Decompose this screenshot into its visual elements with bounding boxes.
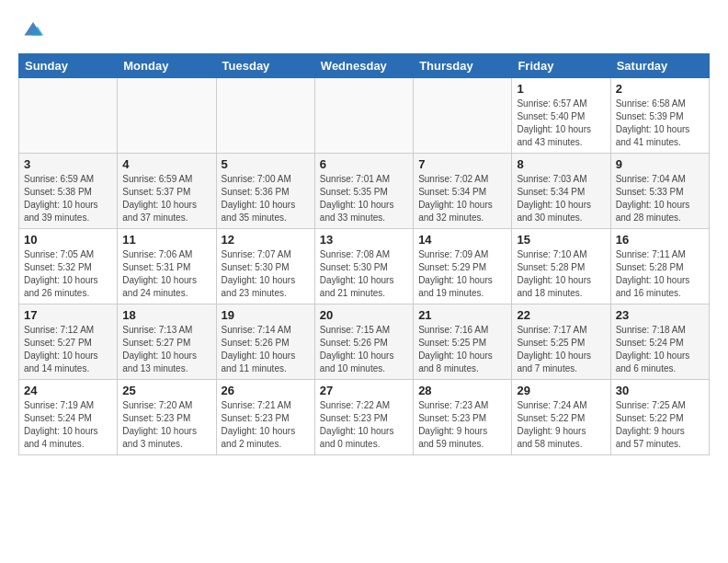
day-number: 25: [122, 384, 210, 397]
week-row-2: 3Sunrise: 6:59 AM Sunset: 5:38 PM Daylig…: [19, 154, 710, 229]
week-row-5: 24Sunrise: 7:19 AM Sunset: 5:24 PM Dayli…: [19, 380, 710, 455]
day-detail: Sunrise: 7:02 AM Sunset: 5:34 PM Dayligh…: [418, 173, 506, 224]
calendar-cell: 14Sunrise: 7:09 AM Sunset: 5:29 PM Dayli…: [414, 229, 512, 304]
calendar-cell: 22Sunrise: 7:17 AM Sunset: 5:25 PM Dayli…: [512, 304, 610, 380]
day-number: 29: [517, 384, 605, 397]
calendar-cell: 3Sunrise: 6:59 AM Sunset: 5:38 PM Daylig…: [19, 154, 118, 229]
calendar-cell: 29Sunrise: 7:24 AM Sunset: 5:22 PM Dayli…: [512, 380, 610, 455]
calendar-cell: 30Sunrise: 7:25 AM Sunset: 5:22 PM Dayli…: [610, 380, 709, 455]
day-detail: Sunrise: 6:59 AM Sunset: 5:37 PM Dayligh…: [122, 173, 210, 224]
day-number: 12: [222, 233, 310, 247]
day-detail: Sunrise: 7:19 AM Sunset: 5:24 PM Dayligh…: [24, 399, 112, 451]
weekday-header-wednesday: Wednesday: [314, 54, 413, 78]
day-number: 18: [122, 308, 210, 322]
day-detail: Sunrise: 7:21 AM Sunset: 5:23 PM Dayligh…: [222, 399, 310, 451]
calendar-cell: 15Sunrise: 7:10 AM Sunset: 5:28 PM Dayli…: [512, 229, 610, 304]
calendar-cell: 8Sunrise: 7:03 AM Sunset: 5:34 PM Daylig…: [512, 154, 610, 229]
day-number: 20: [320, 308, 408, 322]
day-detail: Sunrise: 6:58 AM Sunset: 5:39 PM Dayligh…: [616, 98, 704, 149]
calendar-cell: [118, 78, 216, 154]
day-detail: Sunrise: 7:17 AM Sunset: 5:25 PM Dayligh…: [517, 324, 605, 375]
day-number: 19: [222, 308, 310, 322]
day-number: 23: [616, 308, 704, 322]
calendar-cell: 10Sunrise: 7:05 AM Sunset: 5:32 PM Dayli…: [19, 229, 118, 304]
day-number: 9: [616, 157, 704, 171]
weekday-header-thursday: Thursday: [414, 54, 512, 78]
calendar-cell: 28Sunrise: 7:23 AM Sunset: 5:23 PM Dayli…: [414, 380, 512, 455]
day-number: 3: [24, 157, 112, 171]
day-number: 7: [418, 157, 506, 171]
weekday-header-sunday: Sunday: [19, 54, 118, 78]
day-detail: Sunrise: 7:13 AM Sunset: 5:27 PM Dayligh…: [122, 324, 210, 375]
calendar-cell: 13Sunrise: 7:08 AM Sunset: 5:30 PM Dayli…: [314, 229, 413, 304]
weekday-header-tuesday: Tuesday: [216, 54, 314, 78]
day-number: 15: [517, 233, 605, 247]
weekday-header-friday: Friday: [512, 54, 610, 78]
week-row-4: 17Sunrise: 7:12 AM Sunset: 5:27 PM Dayli…: [19, 304, 710, 380]
calendar-cell: 23Sunrise: 7:18 AM Sunset: 5:24 PM Dayli…: [610, 304, 709, 380]
calendar-cell: 6Sunrise: 7:01 AM Sunset: 5:35 PM Daylig…: [314, 154, 413, 229]
day-detail: Sunrise: 7:10 AM Sunset: 5:28 PM Dayligh…: [517, 248, 605, 300]
day-detail: Sunrise: 7:12 AM Sunset: 5:27 PM Dayligh…: [24, 324, 112, 375]
calendar-cell: 4Sunrise: 6:59 AM Sunset: 5:37 PM Daylig…: [118, 154, 216, 229]
day-detail: Sunrise: 7:16 AM Sunset: 5:25 PM Dayligh…: [418, 324, 506, 375]
calendar-cell: 18Sunrise: 7:13 AM Sunset: 5:27 PM Dayli…: [118, 304, 216, 380]
day-detail: Sunrise: 7:20 AM Sunset: 5:23 PM Dayligh…: [122, 399, 210, 451]
calendar-cell: 24Sunrise: 7:19 AM Sunset: 5:24 PM Dayli…: [19, 380, 118, 455]
day-detail: Sunrise: 7:25 AM Sunset: 5:22 PM Dayligh…: [616, 399, 704, 451]
day-detail: Sunrise: 7:09 AM Sunset: 5:29 PM Dayligh…: [418, 248, 506, 300]
day-detail: Sunrise: 6:57 AM Sunset: 5:40 PM Dayligh…: [517, 98, 605, 149]
page: SundayMondayTuesdayWednesdayThursdayFrid…: [0, 0, 728, 563]
day-detail: Sunrise: 7:07 AM Sunset: 5:30 PM Dayligh…: [222, 248, 310, 300]
day-number: 14: [418, 233, 506, 247]
day-number: 11: [122, 233, 210, 247]
day-detail: Sunrise: 7:23 AM Sunset: 5:23 PM Dayligh…: [418, 399, 506, 451]
logo-icon: [18, 15, 48, 44]
day-number: 17: [24, 308, 112, 322]
day-number: 1: [517, 82, 605, 96]
day-number: 28: [418, 384, 506, 397]
day-number: 6: [320, 157, 408, 171]
weekday-header-row: SundayMondayTuesdayWednesdayThursdayFrid…: [19, 54, 710, 78]
day-detail: Sunrise: 7:05 AM Sunset: 5:32 PM Dayligh…: [24, 248, 112, 300]
day-detail: Sunrise: 7:04 AM Sunset: 5:33 PM Dayligh…: [616, 173, 704, 224]
calendar-cell: [216, 78, 314, 154]
calendar-cell: 21Sunrise: 7:16 AM Sunset: 5:25 PM Dayli…: [414, 304, 512, 380]
day-detail: Sunrise: 7:22 AM Sunset: 5:23 PM Dayligh…: [320, 399, 408, 451]
day-number: 2: [616, 82, 704, 96]
calendar-cell: 11Sunrise: 7:06 AM Sunset: 5:31 PM Dayli…: [118, 229, 216, 304]
day-number: 4: [122, 157, 210, 171]
calendar-cell: [19, 78, 118, 154]
day-detail: Sunrise: 7:15 AM Sunset: 5:26 PM Dayligh…: [320, 324, 408, 375]
calendar-cell: [314, 78, 413, 154]
week-row-3: 10Sunrise: 7:05 AM Sunset: 5:32 PM Dayli…: [19, 229, 710, 304]
day-number: 21: [418, 308, 506, 322]
calendar-cell: 17Sunrise: 7:12 AM Sunset: 5:27 PM Dayli…: [19, 304, 118, 380]
day-detail: Sunrise: 7:06 AM Sunset: 5:31 PM Dayligh…: [122, 248, 210, 300]
day-detail: Sunrise: 7:18 AM Sunset: 5:24 PM Dayligh…: [616, 324, 704, 375]
day-number: 27: [320, 384, 408, 397]
calendar-cell: [414, 78, 512, 154]
day-number: 22: [517, 308, 605, 322]
week-row-1: 1Sunrise: 6:57 AM Sunset: 5:40 PM Daylig…: [19, 78, 710, 154]
weekday-header-monday: Monday: [118, 54, 216, 78]
logo: [18, 15, 53, 44]
weekday-header-saturday: Saturday: [610, 54, 709, 78]
day-number: 16: [616, 233, 704, 247]
calendar-cell: 26Sunrise: 7:21 AM Sunset: 5:23 PM Dayli…: [216, 380, 314, 455]
day-number: 26: [222, 384, 310, 397]
calendar-cell: 2Sunrise: 6:58 AM Sunset: 5:39 PM Daylig…: [610, 78, 709, 154]
day-detail: Sunrise: 7:00 AM Sunset: 5:36 PM Dayligh…: [222, 173, 310, 224]
calendar-cell: 20Sunrise: 7:15 AM Sunset: 5:26 PM Dayli…: [314, 304, 413, 380]
calendar-cell: 9Sunrise: 7:04 AM Sunset: 5:33 PM Daylig…: [610, 154, 709, 229]
day-detail: Sunrise: 6:59 AM Sunset: 5:38 PM Dayligh…: [24, 173, 112, 224]
day-detail: Sunrise: 7:08 AM Sunset: 5:30 PM Dayligh…: [320, 248, 408, 300]
day-detail: Sunrise: 7:01 AM Sunset: 5:35 PM Dayligh…: [320, 173, 408, 224]
calendar-cell: 19Sunrise: 7:14 AM Sunset: 5:26 PM Dayli…: [216, 304, 314, 380]
day-number: 8: [517, 157, 605, 171]
day-number: 5: [222, 157, 310, 171]
day-number: 30: [616, 384, 704, 397]
calendar-cell: 27Sunrise: 7:22 AM Sunset: 5:23 PM Dayli…: [314, 380, 413, 455]
day-number: 13: [320, 233, 408, 247]
day-number: 24: [24, 384, 112, 397]
